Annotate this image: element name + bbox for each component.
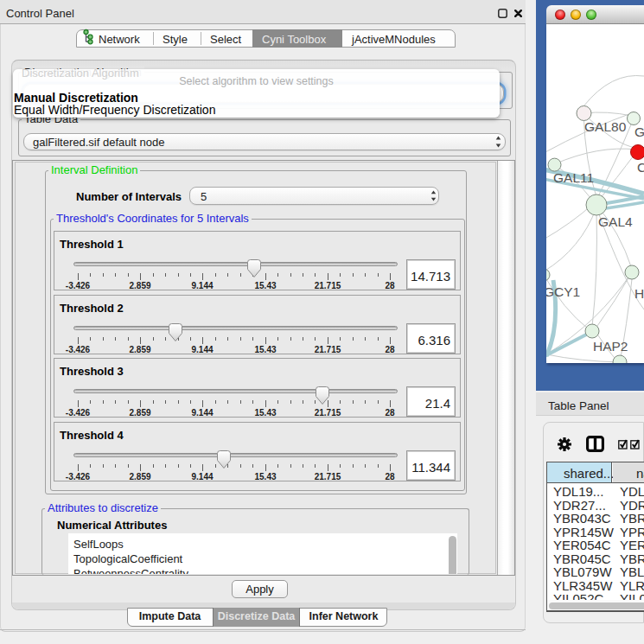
svg-text:GAL80: GAL80 [584,119,627,134]
svg-text:GA: GA [634,124,644,139]
svg-text:GCY1: GCY1 [546,284,580,299]
svg-text:C: C [637,160,644,175]
svg-text:HAP2: HAP2 [593,339,628,354]
svg-text:GAL11: GAL11 [553,170,594,185]
svg-text:GAL4: GAL4 [598,214,633,229]
svg-text:H: H [634,286,644,301]
